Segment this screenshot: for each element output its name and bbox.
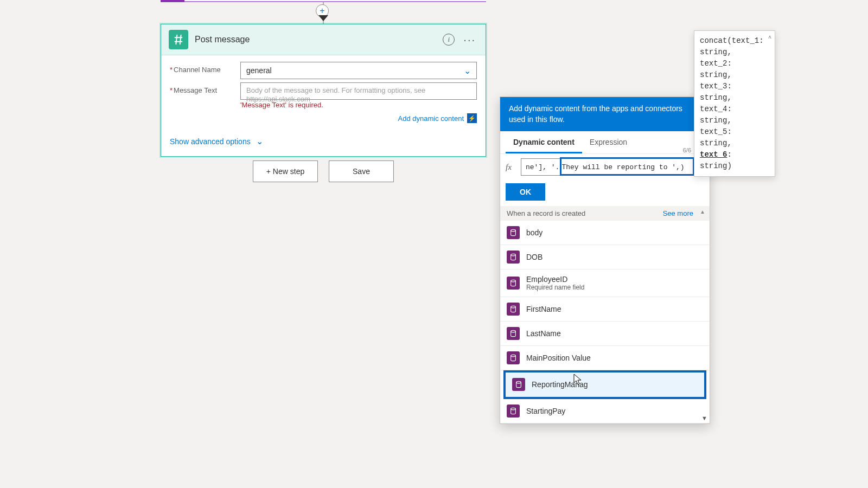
dynamic-item-label: ReportingManag [532, 380, 588, 389]
plus-icon: + [320, 6, 324, 16]
database-icon [512, 378, 525, 391]
dynamic-item-firstname[interactable]: FirstName [500, 297, 710, 322]
dynamic-content-panel: Add dynamic content from the apps and co… [500, 97, 710, 424]
dynamic-item-dob[interactable]: DOB [500, 245, 710, 269]
dynamic-items-list: body DOB EmployeeID Required name field … [500, 221, 710, 423]
dynamic-item-label: FirstName [526, 305, 561, 313]
dynamic-item-label: LastName [526, 329, 561, 338]
svg-point-8 [511, 331, 516, 333]
dynamic-item-employeeid[interactable]: EmployeeID Required name field [500, 269, 710, 297]
previous-action-accent [161, 0, 184, 2]
expression-text-highlight: They will be reporting to ', [561, 163, 680, 171]
sig-line: text_5: [700, 127, 732, 136]
sig-line: string, [700, 93, 732, 102]
sig-line: string, [700, 48, 732, 56]
sig-line: concat(text_1: [700, 36, 764, 45]
show-advanced-options-toggle[interactable]: Show advanced options ⌄ [161, 129, 486, 156]
dynamic-item-body[interactable]: body [500, 221, 710, 245]
expression-text-right: ) [680, 163, 685, 171]
expression-input-row: fx ne'], '. They will be reporting to ',… [500, 154, 710, 180]
tab-dynamic-content[interactable]: Dynamic content [506, 131, 582, 153]
signature-counter: 6/6 [683, 147, 691, 153]
action-card-title: Post message [195, 35, 436, 44]
dynamic-item-mainposition[interactable]: MainPosition Value [500, 346, 710, 370]
field-label-channel: *Channel Name [170, 62, 240, 74]
expression-signature-tooltip: ^concat(text_1: string, text_2: string, … [694, 30, 775, 177]
dynamic-item-sublabel: Required name field [526, 284, 584, 291]
dynamic-content-badge-icon: ⚡ [467, 113, 477, 123]
dynamic-item-label: MainPosition Value [526, 354, 591, 362]
sig-line: string, [700, 139, 732, 147]
selected-item-frame: ReportingManag [503, 370, 706, 399]
svg-point-7 [511, 306, 516, 309]
expression-input[interactable]: ne'], '. They will be reporting to ', ) [521, 158, 704, 176]
dynamic-content-panel-header: Add dynamic content from the apps and co… [500, 97, 710, 131]
more-menu-button[interactable]: ··· [461, 34, 478, 46]
sig-line: text_4: [700, 105, 732, 113]
fx-icon: fx [506, 163, 518, 172]
sig-line: text_2: [700, 59, 732, 68]
message-text-input[interactable]: Body of the message to send. For formatt… [240, 82, 477, 100]
database-icon [507, 404, 520, 418]
arrow-down-icon [318, 15, 328, 21]
svg-point-10 [516, 382, 521, 384]
database-icon [507, 303, 520, 316]
expression-ok-button[interactable]: OK [506, 183, 545, 201]
dynamic-item-label: EmployeeID [526, 275, 584, 284]
sig-active-arg: text_6 [700, 150, 727, 159]
svg-line-2 [176, 35, 177, 44]
slack-hash-icon [169, 30, 188, 49]
sig-line: string, [700, 70, 732, 79]
add-dynamic-content-link[interactable]: Add dynamic content [398, 114, 464, 123]
dynamic-item-lastname[interactable]: LastName [500, 322, 710, 346]
channel-name-value: general [246, 66, 272, 75]
svg-point-9 [511, 355, 516, 357]
database-icon [507, 226, 520, 239]
svg-line-3 [180, 35, 181, 44]
info-icon[interactable]: i [443, 34, 455, 46]
expression-text-left: ne'], '. [526, 163, 559, 171]
database-icon [507, 351, 520, 364]
dynamic-item-startingpay[interactable]: StartingPay [500, 399, 710, 423]
action-card-post-message: Post message i ··· *Channel Name general… [161, 24, 486, 157]
svg-point-6 [511, 280, 516, 282]
tab-expression[interactable]: Expression [582, 131, 635, 153]
dynamic-item-label: DOB [526, 253, 542, 261]
channel-name-select[interactable]: general ⌄ [240, 62, 477, 79]
dynamic-item-label: StartingPay [526, 407, 565, 415]
svg-point-5 [511, 254, 516, 256]
tooltip-scroll-up-icon: ^ [768, 34, 771, 42]
required-marker: * [170, 66, 173, 74]
database-icon [507, 277, 520, 290]
database-icon [507, 327, 520, 340]
action-card-header[interactable]: Post message i ··· [161, 24, 486, 55]
dynamic-item-label: body [526, 228, 542, 237]
svg-point-11 [511, 408, 516, 410]
sig-line: text_3: [700, 82, 732, 91]
see-more-link[interactable]: See more [663, 209, 693, 217]
dynamic-content-tabs: Dynamic content Expression [500, 131, 710, 154]
sig-line: string, [700, 116, 732, 125]
scroll-down-icon[interactable]: ▼ [701, 415, 707, 421]
dynamic-group-title: When a record is created [507, 209, 585, 217]
dynamic-item-reportingmanager[interactable]: ReportingManag [506, 373, 704, 397]
database-icon [507, 251, 520, 264]
required-marker: * [170, 86, 173, 94]
new-step-button[interactable]: + New step [253, 160, 318, 182]
save-button[interactable]: Save [329, 160, 394, 182]
chevron-down-icon: ⌄ [256, 136, 263, 146]
field-label-message: *Message Text [170, 82, 240, 94]
chevron-down-icon: ⌄ [464, 66, 471, 76]
dynamic-group-header: When a record is created See more [500, 206, 710, 221]
scroll-up-arrow-icon[interactable]: ▲ [700, 209, 705, 215]
svg-point-4 [511, 230, 516, 232]
